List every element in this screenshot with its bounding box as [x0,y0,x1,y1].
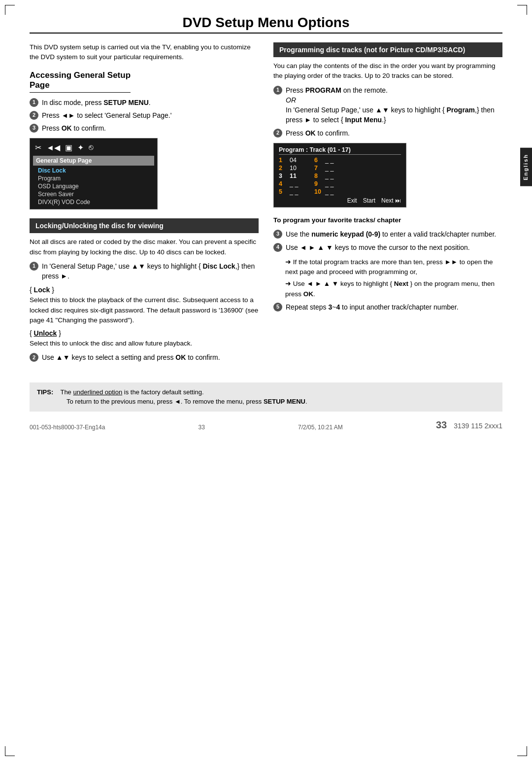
tips-line2: To return to the previous menu, press ◄.… [66,398,307,405]
menu-header: General Setup Page [33,156,154,166]
fav-step-num-5: 5 [273,303,282,311]
step-num-2: 2 [30,111,38,120]
locking-body: Not all discs are rated or coded by the … [30,237,259,257]
track-table-body: 104 210 311 4_ _ 5_ _ 6_ _ 7_ _ 8_ _ 9_ … [279,157,401,195]
locking-confirm-step: 2 Use ▲▼ keys to select a setting and pr… [30,352,259,362]
track-table: Program : Track (01 - 17) 104 210 311 4_… [273,143,406,208]
corner-tl [5,5,15,15]
fav-step-5: 5 Repeat steps 3~4 to input another trac… [273,302,502,312]
favorite-tracks-header: To program your favorite tracks/ chapter [273,215,502,225]
left-column: This DVD system setup is carried out via… [30,42,259,368]
corner-tr [517,5,527,15]
step-num-3: 3 [30,124,38,133]
lock-step-num-2: 2 [30,353,38,362]
track-row-9: 9_ _ [314,180,340,187]
menu-icon-audio: ◄◀ [46,143,60,152]
fav-step-3-text: Use the numeric keypad (0-9) to enter a … [286,229,496,239]
track-row-2: 210 [279,165,304,172]
track-row-10: 10_ _ [314,188,340,195]
menu-item-screen-saver: Screen Saver [33,190,154,198]
track-start: Start [363,197,375,204]
corner-bl [5,746,15,756]
page-title: DVD Setup Menu Options [30,15,502,34]
menu-item-divx: DIVX(R) VOD Code [33,198,154,206]
track-next: Next ⏭ [381,197,401,204]
fav-step-5-text: Repeat steps 3~4 to input another track/… [286,302,459,312]
lock-step-1-text: In 'General Setup Page,' use ▲▼ keys to … [42,261,259,281]
tips-box: TIPS: The underlined option is the facto… [30,382,502,412]
menu-icons-row: ✂ ◄◀ ▣ ✦ ⎋ [33,141,154,154]
corner-br [517,746,527,756]
programming-body: You can play the contents of the disc in… [273,61,502,81]
arrow-note-1: ➜ If the total program tracks are more t… [285,257,502,277]
programming-steps: 1 Press PROGRAM on the remote. OR In 'Ge… [273,85,502,138]
footer-left: 001-053-hts8000-37-Eng14a [30,424,105,431]
step-1: 1 In disc mode, press SETUP MENU. [30,98,259,107]
lock-description: Select this to block the playback of the… [30,295,259,325]
prog-step-num-1: 1 [273,86,282,95]
step-num-1: 1 [30,98,38,107]
lock-step-2-text: Use ▲▼ keys to select a setting and pres… [42,352,220,362]
section-heading-general-setup: Accessing General SetupPage [30,70,131,93]
track-row-8: 8_ _ [314,173,340,179]
step-3-text: Press OK to confirm. [42,123,106,133]
right-column: Programming disc tracks (not for Picture… [273,42,502,368]
prog-step-num-2: 2 [273,129,282,138]
footer-right: 7/2/05, 10:21 AM [298,424,343,431]
arrow-note-2: ➜ Use ◄ ► ▲ ▼ keys to highlight { Next }… [285,279,502,299]
content-area: This DVD system setup is carried out via… [30,42,502,368]
track-table-header: Program : Track (01 - 17) [279,146,401,155]
step-1-text: In disc mode, press SETUP MENU. [42,98,151,107]
menu-item-osd: OSD Language [33,182,154,190]
prog-step-1-text: Press PROGRAM on the remote. OR In 'Gene… [286,85,502,125]
page-container: English DVD Setup Menu Options This DVD … [0,0,532,761]
menu-screenshot: ✂ ◄◀ ▣ ✦ ⎋ General Setup Page Disc Lock … [30,138,158,209]
unlock-description: Select this to unlock the disc and allow… [30,339,259,348]
locking-header: Locking/Unlocking the disc for viewing [30,218,259,233]
fav-step-4-text: Use ◄ ► ▲ ▼ keys to move the cursor to t… [286,242,470,252]
track-row-6: 6_ _ [314,157,340,164]
locking-steps: 1 In 'General Setup Page,' use ▲▼ keys t… [30,261,259,281]
track-exit: Exit [347,197,357,204]
prog-step-2-text: Press OK to confirm. [286,128,350,138]
track-col-left: 104 210 311 4_ _ 5_ _ [279,157,304,195]
footer-center: 33 [199,424,205,431]
fav-step-4: 4 Use ◄ ► ▲ ▼ keys to move the cursor to… [273,242,502,252]
favorite-steps: 3 Use the numeric keypad (0-9) to enter … [273,229,502,252]
fav-step-3: 3 Use the numeric keypad (0-9) to enter … [273,229,502,239]
general-setup-steps: 1 In disc mode, press SETUP MENU. 2 Pres… [30,98,259,134]
footer-far-right: 33 3139 115 2xxx1 [436,419,502,431]
fav-step-5-list: 5 Repeat steps 3~4 to input another trac… [273,302,502,312]
programming-header: Programming disc tracks (not for Picture… [273,42,502,57]
menu-item-disc-lock: Disc Lock [33,167,154,174]
tips-line1: The underlined option is the factory def… [60,388,203,396]
menu-icon-setup: ✦ [77,143,84,152]
menu-icon-video: ▣ [65,143,72,152]
side-tab: English [520,148,532,186]
step-2: 2 Press ◄► to select 'General Setup Page… [30,110,259,120]
track-actions: Exit Start Next ⏭ [279,197,401,204]
lock-step-num-1: 1 [30,262,38,271]
page-footer: 001-053-hts8000-37-Eng14a 33 7/2/05, 10:… [30,419,502,431]
track-row-7: 7_ _ [314,165,340,172]
prog-step-2: 2 Press OK to confirm. [273,128,502,138]
locking-section: Locking/Unlocking the disc for viewing N… [30,218,259,362]
track-row-1: 104 [279,157,304,164]
intro-text: This DVD system setup is carried out via… [30,42,259,63]
track-row-4: 4_ _ [279,180,304,187]
menu-item-program: Program [33,174,154,182]
lock-step-1: 1 In 'General Setup Page,' use ▲▼ keys t… [30,261,259,281]
unlock-label: { Unlock } [30,329,259,337]
fav-step-num-4: 4 [273,243,282,252]
menu-icon-exit: ⎋ [89,143,94,152]
fav-step-num-3: 3 [273,230,282,239]
step-3: 3 Press OK to confirm. [30,123,259,133]
track-col-right: 6_ _ 7_ _ 8_ _ 9_ _ 10_ _ [314,157,340,195]
favorite-tracks-section: To program your favorite tracks/ chapter… [273,215,502,312]
track-row-3: 311 [279,173,304,179]
prog-step-1: 1 Press PROGRAM on the remote. OR In 'Ge… [273,85,502,125]
step-2-text: Press ◄► to select 'General Setup Page.' [42,110,171,120]
lock-step-2: 2 Use ▲▼ keys to select a setting and pr… [30,352,259,362]
track-row-5: 5_ _ [279,188,304,195]
tips-label: TIPS: [37,388,53,396]
